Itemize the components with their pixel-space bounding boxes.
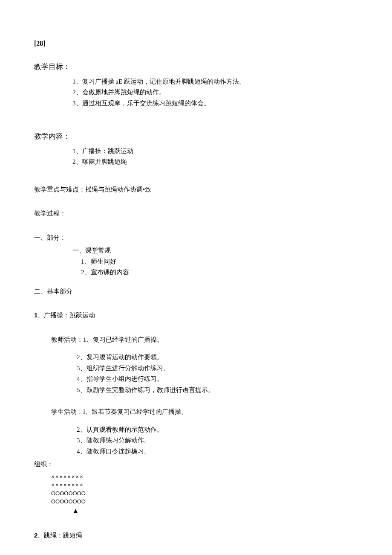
organization-heading: 组织： [34, 459, 358, 469]
teacher-label: 教师活动： [51, 336, 83, 343]
teacher-act-item: 4、指导学生小组内进行练习。 [77, 374, 358, 384]
organization-diagram: ×××××××× ×××××××× OOOOOOOO OOOOOOOO ▲ [34, 473, 358, 516]
content-item: 2、曝麻并脚跳短绳 [72, 157, 358, 167]
focus-label: 教学重点与难点： [34, 186, 85, 193]
part1-sub-block: 一、课堂常规 1、师生问好 2、宣布课的内容 [72, 246, 358, 277]
teacher-act-item: 3、组织学生进行分解动作练习。 [77, 363, 358, 373]
item1-text: 、广播操：跳跃运动 [37, 312, 95, 319]
part2-heading: 二、基本部分 [34, 287, 358, 296]
goal-item: 1、复习广播操 aE 跃运动，记住原地并脚跳短绳的动作方法。 [72, 77, 358, 87]
goal-item: 3、通过相互观摩，乐于交流练习跳短绳的体会。 [72, 99, 358, 108]
goal-item: 2、会做原地并脚跳短绳的动作。 [72, 87, 358, 97]
org-row-o: OOOOOOOO [51, 497, 358, 506]
org-triangle: ▲ [72, 506, 358, 516]
org-row-x: ×××××××× [51, 473, 358, 481]
process-heading: 教学过程： [34, 209, 358, 218]
part1-sub-heading: 一、课堂常规 [72, 246, 358, 256]
routine-item: 2、宣布课的内容 [81, 267, 358, 277]
student-act-item: 3、随教师练习分解动作。 [77, 436, 358, 445]
student-label: 学生活动： [51, 408, 83, 415]
teacher-activity-line: 教师活动：1、复习已经学过的广播操。 [51, 335, 358, 345]
org-row-x: ×××××××× [51, 481, 358, 489]
student-activity-line: 学生活动：I、跟着节奏复习己经学过的广播操。 [51, 407, 358, 417]
student-first-item: I、跟着节奏复习己经学过的广播操。 [83, 408, 187, 415]
teacher-first-item: 1、复习已经学过的广播操。 [83, 336, 163, 343]
item2-title: 2、跳绳：跳短绳 [34, 531, 358, 540]
contents-heading: 教学内容： [34, 131, 358, 142]
student-act-item: 2、认真观看教师的示范动作。 [77, 425, 358, 435]
routine-item: 1、师生问好 [81, 257, 358, 267]
item2-text: 、跳绳：跳短绳 [37, 532, 82, 539]
teacher-act-item: 2、复习腹背运动的动作要领。 [77, 352, 358, 362]
goals-heading: 教学目标： [34, 61, 358, 73]
item1-title: 1、广播操：跳跃运动 [34, 311, 358, 320]
focus-line: 教学重点与难点：摇绳与跳绳动作协调•致 [34, 185, 358, 195]
student-activity-list: 2、认真观看教师的示范动作。 3、随教师练习分解动作。 4、随教师口令连起檎习。 [77, 425, 358, 456]
org-row-o: OOOOOOOO [51, 489, 358, 498]
goals-list: 1、复习广播操 aE 跃运动，记住原地并脚跳短绳的动作方法。 2、会做原地并脚跳… [72, 77, 358, 108]
part1-heading: 一、部分： [34, 233, 358, 243]
teacher-act-item: 5、鼓励学生完整动作练习，教师进行语言提示。 [77, 385, 358, 395]
content-item: 1、广播操：跳跃运动 [72, 146, 358, 156]
page-number: [28] [34, 38, 358, 49]
focus-value: 摇绳与跳绳动作协调•致 [85, 186, 151, 193]
teacher-activity-list: 2、复习腹背运动的动作要领。 3、组织学生进行分解动作练习。 4、指导学生小组内… [77, 352, 358, 395]
contents-list: 1、广播操：跳跃运动 2、曝麻并脚跳短绳 [72, 146, 358, 167]
student-act-item: 4、随教师口令连起檎习。 [77, 447, 358, 456]
